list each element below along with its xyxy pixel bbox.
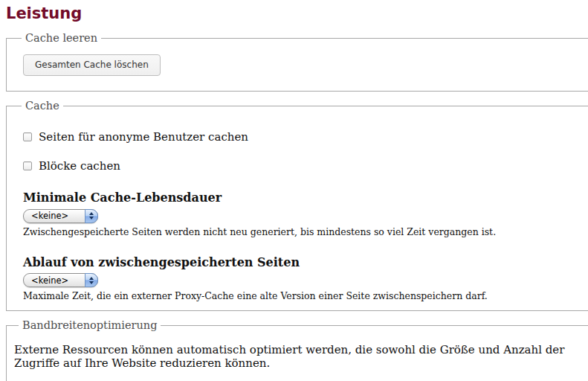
min-cache-lifetime-value: <keine> bbox=[31, 211, 68, 221]
fieldset-cache-legend: Cache bbox=[22, 100, 63, 112]
page-expire-value: <keine> bbox=[31, 275, 68, 286]
arrow-up-icon bbox=[89, 212, 94, 215]
page-expire-select[interactable]: <keine> bbox=[23, 273, 98, 287]
block-cache-row: Blöcke cachen bbox=[23, 159, 586, 173]
min-cache-lifetime-description: Zwischengespeicherte Seiten werden nicht… bbox=[23, 226, 586, 237]
bandwidth-intro-text: Externe Ressourcen können automatisch op… bbox=[14, 343, 588, 370]
fieldset-cache: Cache Seiten für anonyme Benutzer cachen… bbox=[6, 100, 588, 311]
fieldset-bandbreitenoptimierung-legend: Bandbreitenoptimierung bbox=[19, 319, 161, 331]
fieldset-cache-leeren: Cache leeren Gesamten Cache löschen bbox=[6, 32, 588, 92]
clear-cache-button[interactable]: Gesamten Cache löschen bbox=[23, 54, 161, 76]
block-cache-label[interactable]: Blöcke cachen bbox=[39, 159, 120, 173]
select-stepper-icon bbox=[85, 273, 98, 287]
min-cache-lifetime-select[interactable]: <keine> bbox=[23, 209, 98, 223]
page-cache-row: Seiten für anonyme Benutzer cachen bbox=[23, 130, 586, 144]
page-cache-checkbox[interactable] bbox=[23, 132, 32, 141]
min-cache-lifetime-label: Minimale Cache-Lebensdauer bbox=[23, 190, 586, 205]
performance-page: { "page": { "title": "Leistung" }, "colo… bbox=[0, 0, 588, 381]
arrow-up-icon bbox=[89, 277, 94, 280]
page-expire-label: Ablauf von zwischengespeicherten Seiten bbox=[23, 255, 586, 269]
page-title: Leistung bbox=[6, 4, 588, 22]
page-expire-description: Maximale Zeit, die ein externer Proxy-Ca… bbox=[23, 290, 586, 301]
fieldset-bandbreitenoptimierung: Bandbreitenoptimierung Externe Ressource… bbox=[6, 319, 588, 381]
page-cache-label[interactable]: Seiten für anonyme Benutzer cachen bbox=[39, 130, 248, 144]
select-stepper-icon bbox=[85, 209, 98, 223]
arrow-down-icon bbox=[89, 281, 94, 284]
arrow-down-icon bbox=[89, 217, 94, 220]
fieldset-cache-leeren-legend: Cache leeren bbox=[22, 32, 101, 44]
block-cache-checkbox[interactable] bbox=[23, 161, 32, 170]
